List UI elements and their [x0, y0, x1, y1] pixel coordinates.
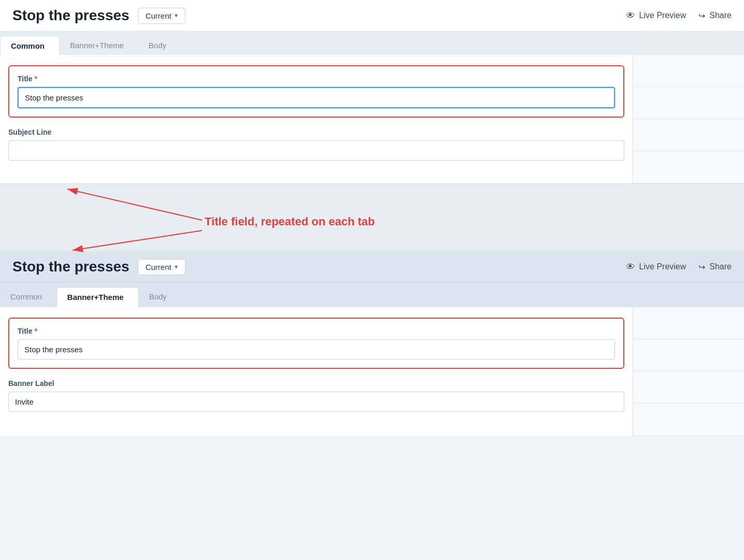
version-dropdown[interactable]: Current ▾: [138, 8, 185, 24]
bottom-version-label: Current: [146, 263, 171, 271]
top-panel-header: Stop the presses Current ▾ 👁 Live Previe…: [0, 0, 744, 32]
bottom-panel-main: Title * Banner Label: [0, 307, 633, 436]
sidebar-block-2: [633, 87, 744, 119]
required-star: *: [35, 75, 37, 83]
share-icon: ↪: [698, 11, 705, 21]
eye-icon: 👁: [626, 10, 635, 21]
header-right: 👁 Live Preview ↪ Share: [626, 10, 732, 21]
live-preview-label: Live Preview: [639, 11, 686, 20]
subject-line-input[interactable]: [8, 140, 624, 161]
bottom-live-preview-button[interactable]: 👁 Live Preview: [626, 262, 686, 272]
bottom-panel-body: Title * Banner Label: [0, 307, 744, 436]
main-wrapper: Stop the presses Current ▾ 👁 Live Previe…: [0, 0, 744, 436]
chevron-down-icon: ▾: [175, 12, 178, 19]
bottom-tab-common[interactable]: Common: [0, 287, 56, 307]
bottom-eye-icon: 👁: [626, 262, 635, 272]
annotation-area: Title field, repeated on each tab: [0, 184, 744, 251]
bottom-required-star: *: [35, 327, 37, 335]
page-title: Stop the presses: [12, 7, 130, 24]
bottom-tab-banner-theme[interactable]: Banner+Theme: [56, 287, 139, 307]
bottom-title-input[interactable]: [18, 339, 615, 360]
banner-label-label: Banner Label: [8, 379, 624, 387]
sidebar-block-1: [633, 55, 744, 87]
sidebar-block-4: [633, 151, 744, 183]
banner-label-section: Banner Label: [8, 379, 624, 412]
top-tabs: Common Banner+Theme Body: [0, 32, 744, 55]
version-label: Current: [146, 11, 171, 20]
bottom-right-sidebar: [633, 307, 744, 436]
top-panel-main: Title * Subject Line: [0, 55, 633, 183]
bottom-panel: Stop the presses Current ▾ 👁 Live Previe…: [0, 251, 744, 436]
share-label: Share: [709, 11, 732, 20]
title-input[interactable]: [18, 87, 615, 108]
bottom-page-title: Stop the presses: [12, 259, 130, 275]
subject-line-label: Subject Line: [8, 128, 624, 136]
bottom-chevron-icon: ▾: [175, 263, 178, 270]
bottom-share-icon: ↪: [698, 262, 705, 272]
top-panel: Stop the presses Current ▾ 👁 Live Previe…: [0, 0, 744, 184]
bottom-title-field-label: Title *: [18, 327, 615, 335]
share-button[interactable]: ↪ Share: [698, 11, 732, 21]
title-field-section: Title *: [8, 65, 624, 118]
svg-text:Title field, repeated on each : Title field, repeated on each tab: [205, 215, 375, 228]
bottom-share-label: Share: [709, 262, 732, 271]
bottom-sidebar-block-4: [633, 404, 744, 436]
tab-body[interactable]: Body: [138, 36, 181, 55]
bottom-tabs: Common Banner+Theme Body: [0, 283, 744, 307]
bottom-share-button[interactable]: ↪ Share: [698, 262, 732, 272]
subject-line-section: Subject Line: [8, 128, 624, 161]
bottom-sidebar-block-2: [633, 339, 744, 371]
title-field-label: Title *: [18, 75, 615, 83]
bottom-header-right: 👁 Live Preview ↪ Share: [626, 262, 732, 272]
bottom-title-field-section: Title *: [8, 318, 624, 369]
annotation-svg: Title field, repeated on each tab: [0, 184, 744, 251]
live-preview-button[interactable]: 👁 Live Preview: [626, 10, 686, 21]
top-panel-body: Title * Subject Line: [0, 55, 744, 183]
bottom-sidebar-block-1: [633, 307, 744, 339]
bottom-version-dropdown[interactable]: Current ▾: [138, 259, 185, 275]
sidebar-block-3: [633, 119, 744, 151]
bottom-tab-body[interactable]: Body: [139, 287, 181, 307]
bottom-panel-header: Stop the presses Current ▾ 👁 Live Previe…: [0, 251, 744, 283]
bottom-sidebar-block-3: [633, 371, 744, 404]
banner-label-input[interactable]: [8, 392, 624, 412]
svg-line-4: [73, 231, 202, 250]
tab-banner-theme[interactable]: Banner+Theme: [60, 36, 138, 55]
bottom-live-preview-label: Live Preview: [639, 262, 686, 271]
tab-common[interactable]: Common: [0, 36, 60, 55]
top-right-sidebar: [633, 55, 744, 183]
svg-line-2: [67, 189, 202, 220]
